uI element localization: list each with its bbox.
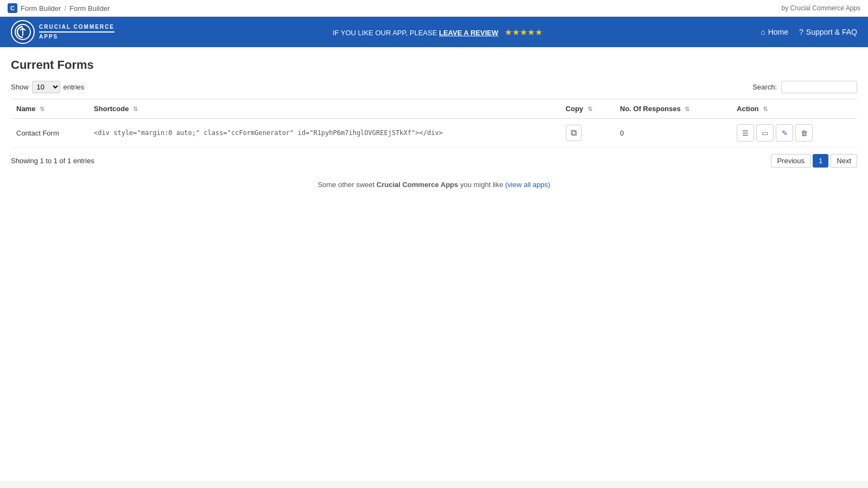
entries-per-page-select[interactable]: 10 25 50 100 [32, 81, 60, 93]
form-name-cell: Contact Form [11, 119, 88, 147]
table-header: Name ⇅ Shortcode ⇅ Copy ⇅ No. Of Respons… [11, 99, 857, 119]
sort-copy-icon[interactable]: ⇅ [588, 106, 592, 112]
table-body: Contact Form <div style="margin:0 auto;"… [11, 119, 857, 147]
footer-brand: Crucial Commerce Apps [376, 181, 458, 189]
top-bar: C Form Builder / Form Builder by Crucial… [0, 0, 868, 17]
sort-shortcode-icon[interactable]: ⇅ [133, 106, 138, 112]
page-title: Current Forms [11, 58, 857, 72]
action-cell: ☰ ▭ ✎ 🗑 [731, 119, 857, 147]
list-icon: ☰ [742, 129, 749, 137]
col-copy: Copy ⇅ [560, 99, 615, 119]
edit-icon: ✎ [782, 129, 788, 137]
preview-icon: ▭ [762, 129, 768, 137]
footer-note: Some other sweet Crucial Commerce Apps y… [11, 181, 857, 189]
table-row: Contact Form <div style="margin:0 auto;"… [11, 119, 857, 147]
top-bar-logo-icon: C [8, 3, 17, 13]
nav-center-promo: IF YOU LIKE OUR APP, PLEASE LEAVE A REVI… [114, 27, 761, 37]
sort-action-icon[interactable]: ⇅ [763, 106, 768, 112]
copy-shortcode-button[interactable]: ⧉ [566, 125, 582, 141]
next-page-button[interactable]: Next [831, 154, 857, 168]
shortcode-cell: <div style="margin:0 auto;" class="ccFor… [88, 119, 560, 147]
showing-entries-text: Showing 1 to 1 of 1 entries [11, 157, 94, 165]
col-responses: No. Of Responses ⇅ [615, 99, 731, 119]
home-nav-item[interactable]: ⌂ Home [761, 28, 788, 36]
copy-cell: ⧉ [560, 119, 615, 147]
col-action: Action ⇅ [731, 99, 857, 119]
review-stars: ★★★★★ [505, 28, 542, 37]
pagination: Previous 1 Next [771, 154, 857, 168]
support-nav-item[interactable]: ? Support & FAQ [799, 28, 857, 36]
footer-text-before: Some other sweet [318, 181, 375, 189]
search-input[interactable] [781, 81, 857, 93]
entries-label: entries [63, 83, 85, 91]
support-icon: ? [799, 28, 803, 36]
support-label: Support & FAQ [806, 28, 857, 36]
col-name: Name ⇅ [11, 99, 88, 119]
footer-text-after: you might like [460, 181, 503, 189]
view-responses-button[interactable]: ☰ [737, 124, 754, 142]
nav-right: ⌂ Home ? Support & FAQ [761, 28, 857, 36]
responses-cell: 0 [615, 119, 731, 147]
show-label: Show [11, 83, 29, 91]
sort-name-icon[interactable]: ⇅ [40, 106, 44, 112]
delete-button[interactable]: 🗑 [795, 124, 813, 142]
breadcrumb-separator: / [64, 4, 66, 12]
current-page-number[interactable]: 1 [813, 154, 828, 168]
main-content: Current Forms Show 10 25 50 100 entries … [0, 47, 868, 481]
leave-review-link[interactable]: LEAVE A REVIEW [439, 29, 498, 37]
home-label: Home [768, 28, 788, 36]
breadcrumb-2: Form Builder [69, 4, 110, 12]
preview-button[interactable]: ▭ [756, 124, 774, 142]
bottom-row: Showing 1 to 1 of 1 entries Previous 1 N… [11, 154, 857, 168]
previous-page-button[interactable]: Previous [771, 154, 810, 168]
forms-table: Name ⇅ Shortcode ⇅ Copy ⇅ No. Of Respons… [11, 99, 857, 147]
view-all-apps-link[interactable]: (view all apps) [505, 181, 550, 189]
breadcrumb-1[interactable]: Form Builder [21, 4, 61, 12]
top-bar-by-label: by Crucial Commerce Apps [782, 4, 860, 12]
action-buttons: ☰ ▭ ✎ 🗑 [737, 124, 852, 142]
nav-bar: CRUCIAL COMMERCE APPS IF YOU LIKE OUR AP… [0, 17, 868, 47]
edit-button[interactable]: ✎ [776, 124, 793, 142]
sort-responses-icon[interactable]: ⇅ [685, 106, 690, 112]
nav-logo-text: CRUCIAL COMMERCE APPS [39, 24, 114, 40]
nav-logo[interactable]: CRUCIAL COMMERCE APPS [11, 20, 114, 44]
controls-row: Show 10 25 50 100 entries Search: [11, 81, 857, 93]
col-shortcode: Shortcode ⇅ [88, 99, 560, 119]
search-row: Search: [752, 81, 857, 93]
trash-icon: 🗑 [801, 129, 808, 137]
show-entries: Show 10 25 50 100 entries [11, 81, 85, 93]
copy-icon: ⧉ [571, 128, 577, 138]
home-icon: ⌂ [761, 28, 765, 36]
nav-logo-icon [11, 20, 35, 44]
search-label: Search: [752, 83, 777, 91]
promo-text: IF YOU LIKE OUR APP, PLEASE [333, 29, 437, 37]
